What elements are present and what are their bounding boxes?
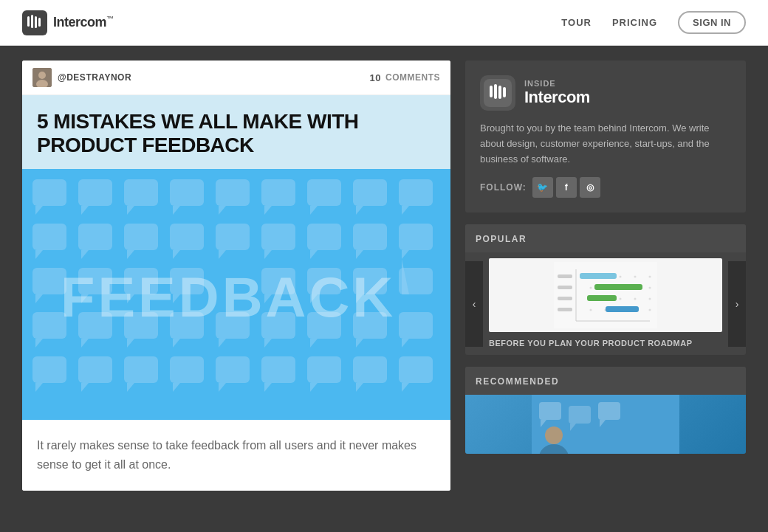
header-nav: TOUR PRICING SIGN IN (561, 11, 746, 34)
inside-description: Brought to you by the team behind Interc… (480, 121, 731, 167)
popular-thumbnail (489, 258, 722, 332)
svg-rect-91 (307, 356, 341, 383)
svg-point-141 (545, 426, 563, 444)
svg-point-114 (649, 287, 651, 289)
comments-count: 10 COMMENTS (370, 72, 440, 83)
svg-point-118 (634, 298, 637, 300)
article-title-area: 5 MISTAKES WE ALL MAKE WITH PRODUCT FEED… (22, 95, 450, 169)
follow-row: FOLLOW: 🐦 f ◎ (480, 177, 731, 198)
svg-rect-99 (494, 84, 497, 99)
logo: Intercom™ (22, 10, 114, 35)
popular-item: BEFORE YOU PLAN YOUR PRODUCT ROADMAP (483, 252, 728, 354)
svg-rect-11 (78, 179, 112, 206)
facebook-button[interactable]: f (556, 177, 577, 198)
author-avatar (32, 68, 52, 87)
popular-carousel: ‹ (465, 252, 746, 354)
article-excerpt: It rarely makes sense to take feedback f… (22, 420, 450, 490)
feedback-text: FEEDBACK (61, 266, 396, 328)
svg-rect-21 (307, 179, 341, 206)
svg-rect-31 (124, 224, 158, 250)
svg-rect-136 (569, 406, 591, 424)
gantt-chart-svg (554, 262, 657, 328)
popular-item-title: BEFORE YOU PLAN YOUR PRODUCT ROADMAP (489, 338, 722, 348)
svg-rect-95 (399, 356, 433, 383)
svg-point-108 (634, 276, 637, 278)
svg-rect-132 (606, 306, 639, 312)
svg-rect-29 (78, 224, 112, 250)
svg-rect-101 (503, 87, 506, 97)
svg-rect-89 (261, 356, 295, 383)
svg-rect-138 (598, 402, 620, 420)
inside-intercom-card: INSIDE Intercom Brought to you by the te… (465, 61, 746, 213)
comments-label: COMMENTS (385, 72, 440, 83)
svg-rect-100 (498, 86, 501, 99)
svg-rect-129 (580, 273, 617, 279)
svg-rect-93 (353, 356, 387, 383)
inside-header: INSIDE Intercom (480, 75, 731, 111)
popular-card: POPULAR ‹ (465, 224, 746, 354)
svg-rect-128 (558, 308, 572, 311)
recommended-image-svg (532, 395, 679, 454)
twitter-button[interactable]: 🐦 (532, 177, 553, 198)
svg-rect-17 (216, 179, 250, 206)
avatar-image (32, 68, 52, 87)
svg-point-117 (620, 298, 622, 300)
svg-rect-19 (261, 179, 295, 206)
svg-rect-131 (587, 295, 617, 301)
logo-text: Intercom™ (53, 15, 114, 30)
svg-rect-98 (490, 86, 493, 97)
svg-rect-125 (558, 274, 572, 278)
inside-label: INSIDE (524, 79, 590, 88)
svg-point-109 (649, 276, 651, 278)
svg-point-6 (38, 72, 46, 79)
svg-rect-1 (27, 16, 30, 27)
comments-number: 10 (370, 72, 381, 83)
article-title: 5 MISTAKES WE ALL MAKE WITH PRODUCT FEED… (37, 110, 436, 157)
svg-point-120 (590, 309, 592, 311)
sidebar-column: INSIDE Intercom Brought to you by the te… (465, 61, 746, 491)
svg-rect-41 (353, 224, 387, 250)
svg-rect-27 (32, 224, 66, 250)
svg-rect-126 (558, 286, 572, 289)
svg-rect-15 (170, 179, 204, 206)
svg-rect-23 (353, 179, 387, 206)
svg-rect-13 (124, 179, 158, 206)
svg-rect-33 (170, 224, 204, 250)
svg-rect-79 (32, 356, 66, 383)
carousel-prev-arrow[interactable]: ‹ (465, 261, 483, 347)
inside-title-group: INSIDE Intercom (524, 79, 590, 107)
svg-rect-43 (399, 224, 433, 250)
svg-rect-39 (307, 224, 341, 250)
carousel-next-arrow[interactable]: › (728, 261, 746, 347)
inside-logo-svg (484, 79, 512, 107)
svg-rect-37 (261, 224, 295, 250)
sign-in-button[interactable]: SIGN IN (678, 11, 746, 34)
author-info: @DESTRAYNOR (32, 68, 131, 87)
article-card: @DESTRAYNOR 10 COMMENTS 5 MISTAKES WE AL… (22, 61, 450, 491)
inside-brand: Intercom (524, 88, 590, 107)
tour-link[interactable]: TOUR (561, 17, 592, 28)
svg-rect-85 (170, 356, 204, 383)
svg-rect-83 (124, 356, 158, 383)
excerpt-text: It rarely makes sense to take feedback f… (37, 436, 436, 474)
svg-rect-77 (399, 312, 433, 339)
recommended-label: RECOMMENDED (476, 376, 559, 387)
svg-rect-97 (484, 79, 512, 107)
recommended-card: RECOMMENDED (465, 367, 746, 454)
intercom-logo-icon (22, 10, 47, 35)
pricing-link[interactable]: PRICING (612, 17, 657, 28)
svg-rect-3 (35, 16, 37, 28)
main-content: @DESTRAYNOR 10 COMMENTS 5 MISTAKES WE AL… (0, 46, 768, 505)
rss-button[interactable]: ◎ (580, 177, 600, 198)
popular-label: POPULAR (476, 234, 527, 244)
svg-rect-130 (594, 284, 642, 290)
article-meta: @DESTRAYNOR 10 COMMENTS (22, 61, 450, 95)
svg-rect-9 (32, 179, 66, 206)
header: Intercom™ TOUR PRICING SIGN IN (0, 0, 768, 46)
article-image-svg: FEEDBACK (22, 169, 450, 420)
svg-rect-134 (539, 402, 561, 420)
svg-rect-25 (399, 179, 433, 206)
article-column: @DESTRAYNOR 10 COMMENTS 5 MISTAKES WE AL… (22, 61, 450, 491)
svg-point-107 (620, 276, 622, 278)
article-featured-image: FEEDBACK (22, 169, 450, 420)
